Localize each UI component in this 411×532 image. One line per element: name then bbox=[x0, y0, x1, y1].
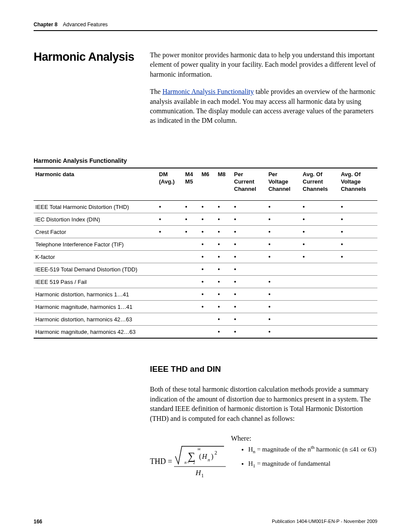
row-cell: • bbox=[216, 213, 232, 226]
formula-explanation: Where: Hn = magnitude of the nth harmoni… bbox=[231, 435, 377, 473]
row-cell bbox=[157, 326, 184, 339]
intro-paragraph-1: The power monitor provides harmonic data… bbox=[150, 50, 377, 79]
row-cell: • bbox=[267, 276, 301, 288]
row-cell: • bbox=[232, 263, 267, 276]
page-footer: 166 Publication 1404-UM001F-EN-P - Novem… bbox=[34, 519, 377, 525]
svg-text:∞: ∞ bbox=[197, 446, 201, 451]
row-cell: • bbox=[157, 226, 184, 238]
row-cell bbox=[339, 276, 377, 288]
row-cell bbox=[301, 276, 339, 288]
row-cell: • bbox=[301, 238, 339, 251]
col-m6: M6 bbox=[200, 168, 216, 201]
row-cell: • bbox=[200, 201, 216, 213]
row-cell: • bbox=[267, 238, 301, 251]
row-cell: • bbox=[200, 263, 216, 276]
row-cell: • bbox=[339, 201, 377, 213]
row-cell: • bbox=[216, 301, 232, 313]
row-cell: • bbox=[200, 226, 216, 238]
table-header-row: Harmonic data DM(Avg.) M4M5 M6 M8 PerCur… bbox=[34, 168, 377, 201]
row-label: Crest Factor bbox=[34, 226, 157, 238]
row-cell: • bbox=[232, 238, 267, 251]
chapter-label: Chapter 8 bbox=[34, 22, 57, 28]
row-cell bbox=[267, 263, 301, 276]
row-cell: • bbox=[301, 226, 339, 238]
col-harmonic-data: Harmonic data bbox=[34, 168, 157, 201]
row-cell bbox=[184, 288, 200, 301]
row-cell: • bbox=[232, 313, 267, 326]
row-cell: • bbox=[216, 226, 232, 238]
row-cell bbox=[301, 301, 339, 313]
row-cell: • bbox=[232, 226, 267, 238]
row-cell bbox=[184, 263, 200, 276]
subsection-paragraph: Both of these total harmonic distortion … bbox=[150, 385, 377, 423]
row-cell: • bbox=[267, 288, 301, 301]
col-dm-avg: DM(Avg.) bbox=[157, 168, 184, 201]
header-rule bbox=[34, 30, 377, 31]
svg-text:n: n bbox=[184, 460, 187, 465]
row-cell: • bbox=[157, 201, 184, 213]
row-label: Harmonic magnitude, harmonics 1…41 bbox=[34, 301, 157, 313]
row-cell bbox=[157, 263, 184, 276]
row-label: Harmonic distortion, harmonics 42…63 bbox=[34, 313, 157, 326]
row-cell: • bbox=[200, 251, 216, 263]
col-per-current: PerCurrentChannel bbox=[232, 168, 267, 201]
row-cell bbox=[157, 313, 184, 326]
where-item-2: H1 = magnitude of fundamental bbox=[248, 459, 377, 469]
row-cell bbox=[184, 251, 200, 263]
row-cell: • bbox=[216, 238, 232, 251]
row-cell: • bbox=[216, 313, 232, 326]
row-cell: • bbox=[216, 288, 232, 301]
row-cell bbox=[157, 251, 184, 263]
row-cell: • bbox=[200, 276, 216, 288]
row-cell bbox=[184, 238, 200, 251]
row-cell bbox=[200, 326, 216, 339]
row-cell: • bbox=[200, 288, 216, 301]
row-label: K-factor bbox=[34, 251, 157, 263]
row-cell bbox=[339, 301, 377, 313]
row-cell bbox=[301, 288, 339, 301]
row-cell: • bbox=[232, 288, 267, 301]
row-cell: • bbox=[216, 201, 232, 213]
row-cell bbox=[339, 288, 377, 301]
svg-text:1: 1 bbox=[201, 473, 204, 478]
row-label: IEEE Total Harmonic Distortion (THD) bbox=[34, 201, 157, 213]
row-cell: • bbox=[184, 213, 200, 226]
col-per-voltage: PerVoltageChannel bbox=[267, 168, 301, 201]
row-cell: • bbox=[200, 301, 216, 313]
table-title: Harmonic Analysis Functionality bbox=[34, 157, 377, 164]
row-cell bbox=[200, 313, 216, 326]
row-cell bbox=[157, 238, 184, 251]
row-cell: • bbox=[267, 301, 301, 313]
row-label: IEEE-519 Total Demand Distortion (TDD) bbox=[34, 263, 157, 276]
row-cell bbox=[184, 326, 200, 339]
row-cell: • bbox=[301, 213, 339, 226]
table-row: Crest Factor•••••••• bbox=[34, 226, 377, 238]
svg-text:(: ( bbox=[199, 453, 201, 460]
row-cell: • bbox=[232, 276, 267, 288]
row-cell: • bbox=[200, 213, 216, 226]
row-cell: • bbox=[232, 201, 267, 213]
subsection-heading: IEEE THD and DIN bbox=[150, 364, 377, 374]
row-cell bbox=[339, 313, 377, 326]
row-label: IEEE 519 Pass / Fail bbox=[34, 276, 157, 288]
svg-text:H: H bbox=[202, 453, 208, 460]
table-row: Harmonic distortion, harmonics 1…41•••• bbox=[34, 288, 377, 301]
row-cell: • bbox=[267, 226, 301, 238]
row-cell bbox=[157, 288, 184, 301]
row-cell: • bbox=[267, 201, 301, 213]
table-row: Harmonic magnitude, harmonics 42…63••• bbox=[34, 326, 377, 339]
table-row: Harmonic magnitude, harmonics 1…41•••• bbox=[34, 301, 377, 313]
row-cell: • bbox=[232, 301, 267, 313]
table-row: K-factor•••••• bbox=[34, 251, 377, 263]
row-cell bbox=[339, 326, 377, 339]
row-cell bbox=[184, 301, 200, 313]
row-cell bbox=[301, 326, 339, 339]
harmonic-functionality-link[interactable]: Harmonic Analysis Functionality bbox=[162, 88, 254, 95]
table-row: IEEE 519 Pass / Fail•••• bbox=[34, 276, 377, 288]
row-label: Harmonic magnitude, harmonics 42…63 bbox=[34, 326, 157, 339]
row-cell: • bbox=[216, 263, 232, 276]
table-row: Telephone Interference Factor (TIF)•••••… bbox=[34, 238, 377, 251]
row-cell bbox=[301, 313, 339, 326]
row-cell: • bbox=[339, 238, 377, 251]
row-cell: • bbox=[267, 313, 301, 326]
